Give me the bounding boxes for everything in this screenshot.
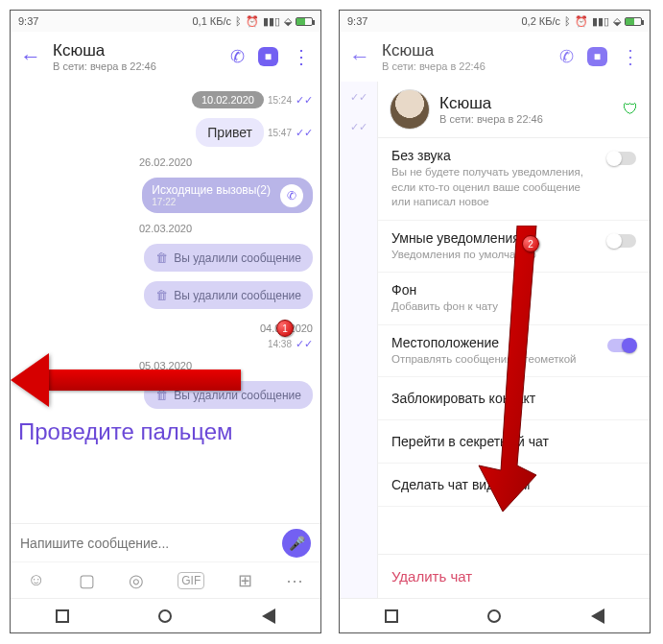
deleted-message: 🗑 Вы удалили сообщение xyxy=(144,281,313,309)
bluetooth-icon: ᛒ xyxy=(564,16,571,27)
shield-icon: 🛡 xyxy=(623,101,638,118)
time-label: 14:38 xyxy=(268,339,292,349)
time-label: 15:47 xyxy=(268,128,292,138)
gallery-icon[interactable]: ▢ xyxy=(79,570,95,591)
nav-bar xyxy=(11,598,320,632)
setting-title: Без звука xyxy=(391,148,598,163)
setting-sub: Уведомления по умолчанию xyxy=(391,248,598,263)
step-marker-1: 1 xyxy=(276,320,294,337)
profile-name: Ксюша xyxy=(439,94,613,113)
alarm-icon: ⏰ xyxy=(575,16,588,27)
more-apps-icon[interactable]: ⊞ xyxy=(238,570,252,591)
net-speed: 0,2 КБ/с xyxy=(521,15,560,27)
contact-name: Ксюша xyxy=(382,41,548,60)
status-icons: 0,1 КБ/с ᛒ ⏰ ▮▮▯ ⬙ xyxy=(192,15,313,27)
setting-sub: Вы не будете получать уведомления, если … xyxy=(391,165,598,210)
nav-bar xyxy=(340,598,650,632)
setting-location[interactable]: Местоположение Отправлять сообщения с ге… xyxy=(378,325,650,378)
chat-header: ← Ксюша В сети: вчера в 22:46 ✆ ■ ⋮ xyxy=(11,32,320,82)
nav-back-icon[interactable] xyxy=(591,608,604,624)
setting-background[interactable]: Фон Добавить фон к чату xyxy=(378,273,650,325)
status-bar: 9:37 0,1 КБ/с ᛒ ⏰ ▮▮▯ ⬙ xyxy=(11,11,320,32)
avatar[interactable] xyxy=(390,89,430,130)
sticker-icon[interactable]: ☺ xyxy=(28,570,45,590)
more-icon[interactable]: ⋮ xyxy=(292,45,311,68)
contact-status: В сети: вчера в 22:46 xyxy=(53,60,219,72)
phone-right: 9:37 0,2 КБ/с ᛒ ⏰ ▮▮▯ ⬙ ← Ксюша В сети: … xyxy=(339,10,651,633)
nav-back-icon[interactable] xyxy=(262,608,275,624)
outgoing-call-bubble[interactable]: Исходящие вызовы(2) 17:22 ✆ xyxy=(142,178,313,213)
background-chat-strip: ✓✓ ✓✓ xyxy=(340,82,378,598)
deleted-message: 🗑 Вы удалили сообщение xyxy=(144,244,313,272)
phone-left: 9:37 0,1 КБ/с ᛒ ⏰ ▮▮▯ ⬙ ← Ксюша В сети: … xyxy=(10,10,321,633)
mic-button[interactable]: 🎤 xyxy=(282,529,311,558)
nav-home-icon[interactable] xyxy=(487,609,501,623)
chat-title[interactable]: Ксюша В сети: вчера в 22:46 xyxy=(382,41,548,72)
link-make-visible[interactable]: Сделать чат видимым xyxy=(378,464,650,507)
link-block-contact[interactable]: Заблокировать контакт xyxy=(378,377,650,420)
contact-status: В сети: вчера в 22:46 xyxy=(382,60,548,72)
setting-mute[interactable]: Без звука Вы не будете получать уведомле… xyxy=(378,138,650,221)
read-checks-icon: ✓✓ xyxy=(350,121,367,133)
phone-icon[interactable]: ✆ xyxy=(280,184,303,207)
gif-icon[interactable]: GIF xyxy=(178,572,204,589)
time-label: 15:24 xyxy=(268,95,292,106)
toggle-smart[interactable] xyxy=(607,234,636,248)
more-icon[interactable]: ⋮ xyxy=(621,45,640,68)
signal-icon: ▮▮▯ xyxy=(592,16,609,27)
sheet-container: ✓✓ ✓✓ Ксюша В сети: вчера в 22:46 🛡 Без … xyxy=(340,82,650,598)
camera-icon[interactable]: ◎ xyxy=(129,570,144,591)
step-marker-2: 2 xyxy=(522,235,539,252)
nav-home-icon[interactable] xyxy=(158,609,172,623)
read-checks-icon: ✓✓ xyxy=(296,338,313,350)
call-icon[interactable]: ✆ xyxy=(559,46,574,67)
setting-smart-notify[interactable]: Умные уведомления Уведомления по умолчан… xyxy=(378,221,650,274)
chat-title[interactable]: Ксюша В сети: вчера в 22:46 xyxy=(53,41,219,72)
deleted-message: 🗑 Вы удалили сообщение xyxy=(144,381,313,409)
read-checks-icon: ✓✓ xyxy=(350,91,367,104)
message-bubble[interactable]: Привет xyxy=(196,118,264,147)
setting-sub: Добавить фон к чату xyxy=(391,299,636,315)
status-time: 9:37 xyxy=(347,15,367,27)
read-checks-icon: ✓✓ xyxy=(296,94,313,107)
setting-title: Умные уведомления xyxy=(391,230,598,246)
status-icons: 0,2 КБ/с ᛒ ⏰ ▮▮▯ ⬙ xyxy=(521,15,642,27)
link-delete-chat[interactable]: Удалить чат xyxy=(378,554,650,598)
call-icon[interactable]: ✆ xyxy=(230,46,245,67)
battery-icon xyxy=(625,17,642,26)
call-time: 17:22 xyxy=(152,197,176,207)
nav-recents-icon[interactable] xyxy=(56,609,69,623)
video-call-icon[interactable]: ■ xyxy=(587,47,607,66)
nav-recents-icon[interactable] xyxy=(385,609,398,623)
signal-icon: ▮▮▯ xyxy=(263,16,280,27)
video-call-icon[interactable]: ■ xyxy=(258,47,278,66)
wifi-icon: ⬙ xyxy=(284,16,292,27)
toggle-mute[interactable] xyxy=(607,152,636,165)
chat-settings-sheet: Ксюша В сети: вчера в 22:46 🛡 Без звука … xyxy=(378,82,650,598)
status-bar: 9:37 0,2 КБ/с ᛒ ⏰ ▮▮▯ ⬙ xyxy=(340,11,650,32)
net-speed: 0,1 КБ/с xyxy=(192,15,231,27)
date-pill: 10.02.2020 xyxy=(192,91,264,108)
alarm-icon: ⏰ xyxy=(246,16,259,27)
profile-status: В сети: вчера в 22:46 xyxy=(439,113,613,125)
date-label: 05.03.2020 xyxy=(139,360,192,371)
profile-row[interactable]: Ксюша В сети: вчера в 22:46 🛡 xyxy=(378,82,650,137)
setting-sub: Отправлять сообщения с геометкой xyxy=(391,352,598,368)
setting-title: Фон xyxy=(391,282,636,298)
date-label: 02.03.2020 xyxy=(139,223,192,234)
bluetooth-icon: ᛒ xyxy=(235,16,242,27)
back-icon[interactable]: ← xyxy=(349,44,370,69)
extra-icon[interactable]: ⋯ xyxy=(286,570,303,591)
battery-icon xyxy=(296,17,313,26)
call-label: Исходящие вызовы(2) xyxy=(152,183,271,197)
status-time: 9:37 xyxy=(18,15,38,27)
message-input-bar: 🎤 xyxy=(11,523,320,561)
chat-body[interactable]: 10.02.2020 15:24 ✓✓ Привет 15:47 ✓✓ 26.0… xyxy=(11,82,320,523)
trash-icon: 🗑 xyxy=(155,388,168,402)
toggle-location[interactable] xyxy=(607,339,636,352)
link-secret-chat[interactable]: Перейти в секретный чат xyxy=(378,420,650,464)
back-icon[interactable]: ← xyxy=(20,44,41,69)
message-input[interactable] xyxy=(20,536,272,551)
date-label: 26.02.2020 xyxy=(139,156,192,168)
read-checks-icon: ✓✓ xyxy=(296,127,313,139)
